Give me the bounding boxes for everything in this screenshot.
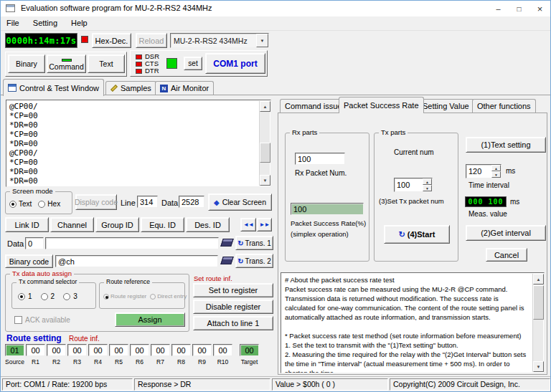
channel-button[interactable]: Channel — [50, 217, 94, 232]
tx-command-selector-title: Tx command selector — [17, 278, 79, 285]
time-interval-ms-label: ms — [506, 167, 515, 175]
binary-mode-button[interactable]: Binary — [8, 54, 45, 73]
time-interval-input[interactable] — [466, 167, 491, 176]
scroll-down-icon[interactable]: ▼ — [260, 175, 270, 186]
screen-mode-text-radio[interactable] — [9, 201, 17, 208]
info-scroll-thumb[interactable] — [533, 285, 544, 320]
scroll-down-icon[interactable]: ▼ — [533, 361, 544, 372]
menu-item-help[interactable]: Help — [65, 16, 93, 29]
menu-item-setting[interactable]: Setting — [27, 16, 63, 29]
tab-command-issue[interactable]: Command issue — [280, 99, 347, 113]
com-port-button[interactable]: COM1 port — [205, 53, 265, 74]
tab-control-test-window[interactable]: Control & Test Window — [3, 79, 104, 96]
route-cell-r3[interactable]: 00 — [67, 344, 87, 356]
tx-packet-down-icon[interactable]: ▼ — [423, 185, 432, 191]
text-mode-button[interactable]: Text — [88, 54, 125, 73]
data-text-input[interactable] — [47, 239, 217, 248]
device-combo-value: MU-2-R-RS2 434MHz — [171, 37, 250, 45]
link-id-button[interactable]: Link ID — [5, 217, 49, 232]
next-page-icon[interactable]: ►► — [257, 218, 272, 231]
route-cell-source[interactable]: 01 — [5, 344, 24, 356]
prev-page-icon[interactable]: ◄◄ — [240, 218, 256, 231]
route-cell-r1[interactable]: 00 — [26, 344, 45, 356]
clear-screen-button[interactable]: ◆ Clear Screen — [208, 193, 272, 211]
equ-id-button[interactable]: Equ. ID — [141, 217, 184, 232]
route-cell-r7[interactable]: 00 — [151, 344, 170, 356]
binary-text-input[interactable] — [57, 257, 216, 266]
erase-binary-icon[interactable] — [220, 257, 234, 264]
minimize-button[interactable]: – — [488, 1, 509, 16]
meas-ms-label: ms — [510, 198, 519, 206]
route-cell-r9[interactable]: 00 — [192, 344, 212, 356]
elapsed-timer-display: 0000h:14m:17s — [5, 33, 77, 48]
rx-packet-num-input[interactable] — [297, 155, 343, 163]
tx-auto-assign-title: Tx data auto assign — [10, 269, 74, 277]
tab-samples[interactable]: Samples — [105, 81, 156, 95]
tab-setting-value[interactable]: Setting Value — [418, 99, 474, 113]
route-cell-r8[interactable]: 00 — [171, 344, 191, 356]
menu-item-file[interactable]: File — [1, 16, 25, 29]
tx-selector-1-radio[interactable] — [18, 293, 25, 300]
route-cell-r10[interactable]: 00 — [213, 344, 232, 356]
command-mode-button[interactable]: Command — [47, 54, 86, 73]
terminal-output[interactable]: @CP00/ *CP=00 *DR=00 *CP=00 *DR=00 @CP00… — [6, 100, 271, 187]
data-count-input[interactable] — [27, 239, 42, 248]
screen-mode-hex-radio[interactable] — [38, 201, 45, 208]
erase-data-icon[interactable] — [220, 239, 234, 247]
tab-control-label: Control & Test Window — [19, 84, 99, 92]
scroll-up-icon[interactable]: ▲ — [260, 101, 270, 112]
route-label-r4: R4 — [88, 358, 108, 365]
data-entry-label: Data — [7, 239, 24, 248]
disable-register-button[interactable]: Disable register — [193, 300, 273, 314]
tx-selector-2-radio[interactable] — [41, 293, 48, 300]
set-route-inf-title: Set route inf. — [194, 274, 232, 282]
close-button[interactable]: × — [529, 1, 550, 16]
window-title: Evaluation software program for MU-2-R-R… — [21, 4, 212, 12]
command-active-led-icon — [62, 59, 72, 62]
hexdec-button[interactable]: Hex-Dec. — [92, 33, 131, 48]
group-id-button[interactable]: Group ID — [95, 217, 139, 232]
set-button[interactable]: set — [184, 57, 202, 70]
combo-dropdown-icon[interactable]: ▼ — [256, 34, 268, 47]
terminal-scroll-thumb[interactable] — [260, 143, 270, 163]
set-to-register-button[interactable]: Set to register — [193, 283, 273, 297]
route-cell-r2[interactable]: 00 — [47, 344, 66, 356]
simplex-operation-label: (simplex operation) — [291, 230, 349, 238]
attach-to-line1-button[interactable]: Attach to line 1 — [193, 316, 273, 330]
tab-other-functions[interactable]: Other functions — [472, 99, 536, 113]
route-cell-r5[interactable]: 00 — [109, 344, 128, 356]
info-scrollbar[interactable]: ▲ ▼ — [532, 274, 543, 372]
rx-packet-num-field[interactable] — [295, 153, 345, 165]
start-button[interactable]: ↻ (4)Start — [384, 225, 450, 244]
scroll-up-icon[interactable]: ▲ — [533, 274, 544, 285]
tx-packet-up-icon[interactable]: ▲ — [423, 178, 432, 185]
tx-selector-3-radio[interactable] — [63, 293, 70, 300]
trans1-button[interactable]: ↻ Trans. 1 — [235, 236, 273, 250]
route-label-r5: R5 — [109, 358, 128, 365]
route-cell-r6[interactable]: 00 — [130, 344, 149, 356]
data-text-entry[interactable] — [45, 237, 219, 249]
text-setting-button[interactable]: (1)Text setting — [466, 137, 546, 153]
terminal-scrollbar[interactable]: ▲ ▼ — [259, 101, 270, 186]
trans2-button[interactable]: ↻ Trans. 2 — [235, 254, 273, 268]
tab-packet-success-rate[interactable]: Packet Success Rate — [339, 97, 424, 113]
route-cell-r4[interactable]: 00 — [88, 344, 108, 356]
assign-button[interactable]: Assign — [115, 312, 185, 327]
meas-value-display: 000 100 — [465, 196, 507, 207]
get-interval-button[interactable]: (2)Get interval — [466, 225, 546, 241]
binary-code-button[interactable]: Binary code — [5, 254, 53, 268]
device-combo[interactable]: MU-2-R-RS2 434MHz ▼ — [170, 33, 269, 48]
info-text-area[interactable]: # About the packet success rate test Pac… — [281, 272, 545, 373]
maximize-button[interactable]: □ — [509, 1, 529, 16]
des-id-button[interactable]: Des. ID — [186, 217, 230, 232]
tx-packet-num-input[interactable] — [395, 181, 423, 189]
cancel-button[interactable]: Cancel — [486, 248, 527, 262]
time-interval-up-icon[interactable]: ▲ — [491, 165, 501, 171]
route-label-r1: R1 — [26, 358, 45, 365]
time-interval-down-icon[interactable]: ▼ — [491, 171, 501, 178]
tab-air-monitor[interactable]: N Air Monitor — [155, 81, 214, 95]
data-count-entry[interactable] — [25, 237, 44, 249]
title-bar: Evaluation software program for MU-2-R-R… — [1, 1, 550, 16]
binary-text-entry[interactable] — [55, 255, 218, 267]
route-cell-target[interactable]: 00 — [240, 344, 259, 356]
